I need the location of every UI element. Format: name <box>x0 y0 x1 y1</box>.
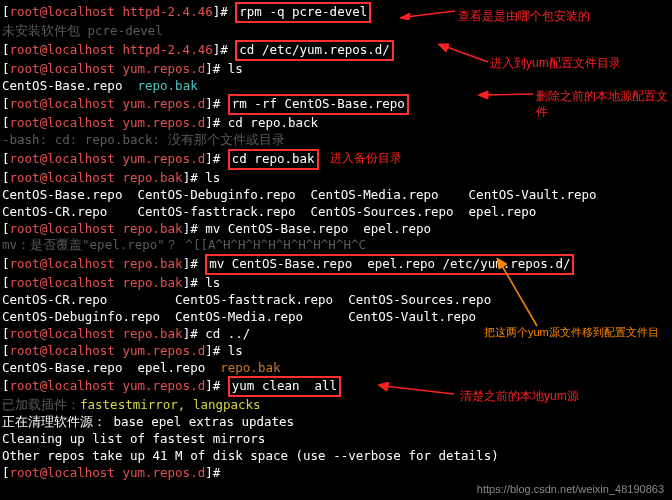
arrow-icon <box>438 42 490 66</box>
term-line: CentOS-CR.repo CentOS-fasttrack.repo Cen… <box>2 292 670 309</box>
annot-rpm: 查看是是由哪个包安装的 <box>458 8 590 24</box>
term-line: CentOS-Base.repo CentOS-Debuginfo.repo C… <box>2 187 670 204</box>
annot-cd-bak: 进入备份目录 <box>330 150 402 166</box>
svg-marker-9 <box>378 382 389 391</box>
term-line: Cleaning up list of fastest mirrors <box>2 431 670 448</box>
arrow-icon <box>478 90 534 100</box>
cmd-cd-bak: cd repo.bak <box>228 149 319 170</box>
svg-marker-5 <box>478 91 488 99</box>
svg-line-0 <box>406 11 455 17</box>
svg-line-8 <box>384 386 454 394</box>
svg-line-4 <box>484 94 533 95</box>
term-line: [root@localhost repo.bak]# mv CentOS-Bas… <box>2 221 670 238</box>
term-line: CentOS-Debuginfo.repo CentOS-Media.repo … <box>2 309 670 326</box>
term-line: 正在清理软件源： base epel extras updates <box>2 414 670 431</box>
term-line: [root@localhost repo.bak]# mv CentOS-Bas… <box>2 254 670 275</box>
term-line: CentOS-CR.repo CentOS-fasttrack.repo Cen… <box>2 204 670 221</box>
term-line: [root@localhost yum.repos.d]# <box>2 465 670 482</box>
term-line: mv：是否覆盖"epel.repo"？ ^[[A^H^H^H^H^H^H^H^H… <box>2 237 670 254</box>
term-line: Other repos take up 41 M of disk space (… <box>2 448 670 465</box>
arrow-icon <box>400 8 456 20</box>
svg-marker-3 <box>438 44 449 52</box>
annot-cd-repos: 进入到yum配置文件目录 <box>490 55 621 71</box>
svg-line-6 <box>501 264 537 326</box>
term-line: CentOS-Base.repo epel.repo repo.bak <box>2 360 670 377</box>
svg-marker-1 <box>400 13 410 20</box>
svg-marker-7 <box>497 258 507 269</box>
cmd-yum-clean: yum clean all <box>228 376 341 397</box>
term-line: [root@localhost repo.bak]# ls <box>2 275 670 292</box>
out-not-installed: 未安装软件包 pcre-devel <box>2 23 670 40</box>
annot-rm: 删除之前的本地源配置文件 <box>536 88 672 120</box>
arrow-icon <box>378 382 456 398</box>
watermark: https://blog.csdn.net/weixin_48190863 <box>477 482 664 497</box>
cmd-rm: rm -rf CentOS-Base.repo <box>228 94 409 115</box>
cmd-rpm: rpm -q pcre-devel <box>235 2 371 23</box>
term-line: [root@localhost yum.repos.d]# ls <box>2 343 670 360</box>
cmd-cd-repos: cd /etc/yum.repos.d/ <box>235 40 394 61</box>
out-bash-err: -bash: cd: repo.back: 没有那个文件或目录 <box>2 132 670 149</box>
arrow-icon <box>495 258 555 328</box>
svg-line-2 <box>444 46 488 62</box>
annot-yum-clean: 清楚之前的本地yum源 <box>460 388 579 404</box>
term-line: [root@localhost repo.bak]# ls <box>2 170 670 187</box>
